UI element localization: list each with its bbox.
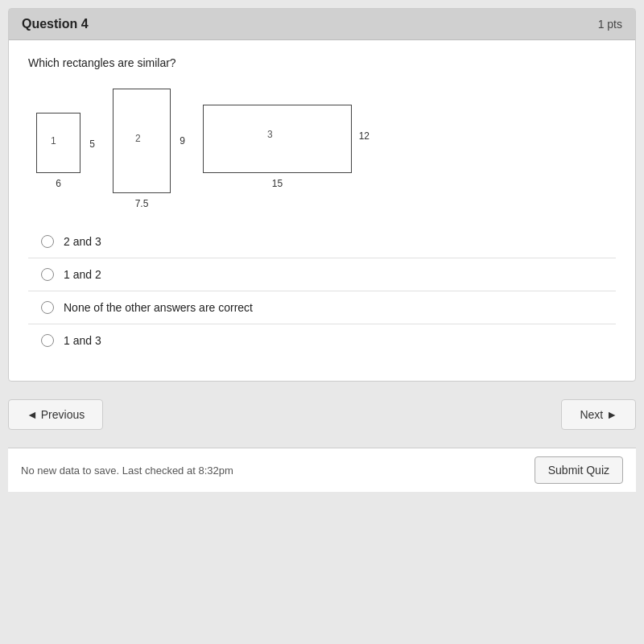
rect3-height-label: 12 (359, 130, 369, 142)
next-button[interactable]: Next ► (561, 399, 636, 430)
footer-status: No new data to save. Last checked at 8:3… (21, 464, 233, 477)
option-row-4[interactable]: 1 and 3 (28, 324, 616, 357)
rect3-width-label: 15 (272, 178, 283, 189)
option-label-1: 2 and 3 (64, 235, 101, 248)
rectangles-container: 1 5 6 2 9 (28, 89, 616, 193)
option-label-3: None of the other answers are correct (64, 301, 253, 314)
rect1-box: 1 (36, 113, 80, 173)
nav-row: ◄ Previous Next ► (8, 391, 636, 438)
question-pts: 1 pts (598, 18, 622, 31)
rectangle-3: 3 12 15 (203, 105, 352, 173)
rect2-width-label: 7.5 (135, 198, 149, 209)
question-text: Which rectangles are similar? (28, 56, 616, 69)
question-body: Which rectangles are similar? 1 5 6 (9, 40, 635, 381)
option-row-2[interactable]: 1 and 2 (28, 258, 616, 291)
footer-bar: No new data to save. Last checked at 8:3… (8, 448, 636, 492)
submit-quiz-button[interactable]: Submit Quiz (535, 456, 623, 484)
option-label-4: 1 and 3 (64, 334, 101, 347)
option-radio-2[interactable] (41, 268, 54, 281)
question-header: Question 4 1 pts (9, 9, 635, 40)
rectangle-2: 2 9 7.5 (113, 89, 171, 193)
previous-button[interactable]: ◄ Previous (8, 399, 103, 430)
option-label-2: 1 and 2 (64, 268, 101, 281)
option-radio-4[interactable] (41, 334, 54, 347)
rectangle-1: 1 5 6 (36, 89, 80, 173)
question-card: Question 4 1 pts Which rectangles are si… (8, 8, 636, 382)
option-radio-3[interactable] (41, 301, 54, 314)
rect3-box: 3 (203, 105, 352, 173)
rect2-box: 2 (113, 89, 171, 193)
option-row-1[interactable]: 2 and 3 (28, 225, 616, 258)
option-row-3[interactable]: None of the other answers are correct (28, 291, 616, 324)
rect1-width-label: 6 (56, 178, 61, 189)
option-radio-1[interactable] (41, 235, 54, 248)
options-container: 2 and 3 1 and 2 None of the other answer… (28, 225, 616, 357)
question-title: Question 4 (22, 17, 89, 31)
rect2-height-label: 9 (180, 135, 185, 147)
rect1-height-label: 5 (89, 138, 95, 150)
